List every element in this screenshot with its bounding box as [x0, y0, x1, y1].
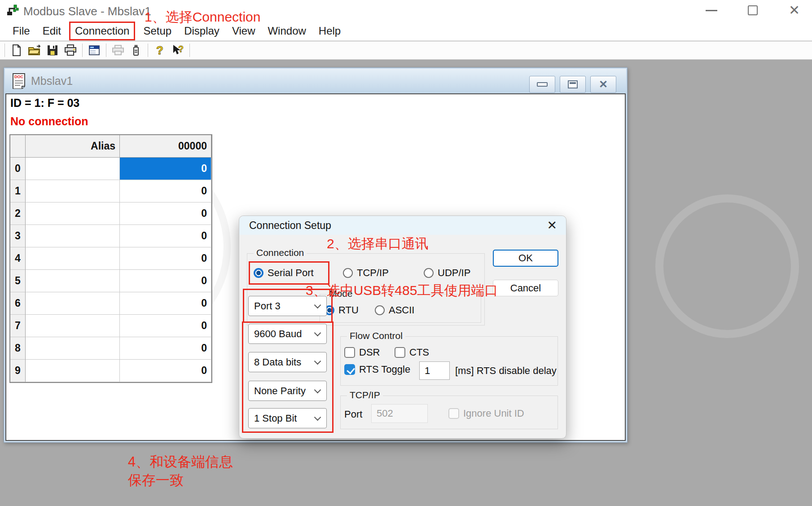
- row-header[interactable]: 0: [10, 158, 26, 180]
- document-title-bar[interactable]: DOC Mbslav1 ✕: [5, 69, 626, 93]
- close-icon: ✕: [599, 79, 608, 90]
- parity-select[interactable]: None Parity: [248, 381, 327, 401]
- baud-rate-select[interactable]: 9600 Baud: [248, 324, 327, 344]
- doc-file-icon: DOC: [12, 73, 26, 89]
- checkbox-rts-toggle[interactable]: RTS Toggle: [344, 364, 410, 375]
- checkbox-cts[interactable]: CTS: [395, 347, 429, 358]
- chevron-down-icon: [314, 329, 321, 336]
- annotation-step2: 2、选择串口通讯: [327, 235, 429, 253]
- rts-delay-label: [ms] RTS disable delay: [455, 365, 557, 377]
- doc-restore-button[interactable]: [560, 76, 586, 93]
- value-cell[interactable]: 0: [120, 270, 211, 292]
- table-header-00000: 00000: [120, 135, 211, 158]
- radio-udp-ip[interactable]: UDP/IP: [424, 267, 470, 279]
- value-cell[interactable]: 0: [120, 315, 211, 337]
- alias-cell[interactable]: [26, 225, 120, 247]
- flow-control-group-label: Flow Control: [347, 330, 405, 341]
- window-title: Modbus Slave - Mbslav1: [23, 4, 151, 18]
- dialog-close-icon[interactable]: ✕: [547, 218, 557, 233]
- alias-cell[interactable]: [26, 202, 120, 225]
- dialog-title-bar[interactable]: Connection Setup: [239, 216, 566, 235]
- doc-minimize-button[interactable]: [529, 76, 555, 93]
- stop-bits-select[interactable]: 1 Stop Bit: [248, 408, 327, 428]
- alias-cell[interactable]: [26, 247, 120, 270]
- toolbar-separator: [148, 44, 148, 57]
- svg-text:DOC: DOC: [14, 75, 24, 79]
- menu-item-help[interactable]: Help: [314, 23, 345, 39]
- radio-selected-icon: [254, 268, 263, 278]
- tcp-ip-group: TCP/IP Port 502 Ignore Unit ID: [340, 396, 558, 429]
- row-header[interactable]: 5: [10, 270, 26, 292]
- alias-cell[interactable]: [26, 360, 120, 382]
- title-bar: Modbus Slave - Mbslav1 1、选择Connection ✕: [0, 0, 812, 21]
- radio-serial-port[interactable]: Serial Port: [254, 267, 314, 279]
- value-cell[interactable]: 0: [120, 292, 211, 315]
- watermark: [655, 194, 799, 338]
- row-header[interactable]: 8: [10, 337, 26, 360]
- value-cell[interactable]: 0: [120, 247, 211, 270]
- data-bits-select[interactable]: 8 Data bits: [248, 352, 327, 372]
- value-cell[interactable]: 0: [120, 225, 211, 247]
- radio-icon: [375, 305, 385, 315]
- register-table: Alias 00000 0 0 1 0 2 0 3 0 4: [9, 134, 212, 383]
- app-window: Modbus Slave - Mbslav1 1、选择Connection ✕ …: [0, 0, 812, 506]
- cancel-button[interactable]: Cancel: [493, 280, 558, 296]
- menu-item-connection[interactable]: Connection: [69, 22, 135, 40]
- restore-icon: [568, 80, 578, 88]
- value-cell[interactable]: 0: [120, 180, 211, 202]
- radio-ascii[interactable]: ASCII: [375, 304, 414, 316]
- radio-rtu[interactable]: RTU: [325, 304, 359, 316]
- alias-cell[interactable]: [26, 315, 120, 337]
- doc-close-button[interactable]: ✕: [590, 76, 616, 93]
- save-icon[interactable]: [44, 43, 61, 58]
- row-header[interactable]: 1: [10, 180, 26, 202]
- toolbar: ? ?: [0, 41, 812, 60]
- alias-cell[interactable]: [26, 270, 120, 292]
- document-title: Mbslav1: [31, 75, 73, 88]
- ok-button[interactable]: OK: [493, 250, 558, 267]
- rts-delay-input[interactable]: 1: [419, 361, 450, 380]
- menu-item-edit[interactable]: Edit: [38, 23, 66, 39]
- row-header[interactable]: 9: [10, 360, 26, 382]
- alias-cell[interactable]: [26, 337, 120, 360]
- toolbar-separator: [106, 44, 106, 57]
- close-button[interactable]: ✕: [789, 2, 800, 18]
- menu-bar: File Edit Connection Setup Display View …: [0, 21, 812, 41]
- toolbar-separator: [82, 44, 83, 57]
- table-corner-header: [10, 135, 26, 158]
- checkbox-dsr[interactable]: DSR: [344, 347, 380, 358]
- display-setup-icon[interactable]: [85, 43, 103, 58]
- value-cell[interactable]: 0: [120, 202, 211, 225]
- row-header[interactable]: 3: [10, 225, 26, 247]
- radio-tcp-ip[interactable]: TCP/IP: [343, 267, 389, 279]
- value-cell-selected[interactable]: 0: [120, 158, 211, 180]
- row-header[interactable]: 6: [10, 292, 26, 315]
- open-file-icon[interactable]: [26, 43, 44, 58]
- flow-control-group: Flow Control DSR CTS RTS Toggle 1 [ms] R…: [340, 336, 558, 386]
- minimize-button[interactable]: [706, 10, 717, 11]
- table-header-alias: Alias: [26, 135, 120, 158]
- row-header[interactable]: 2: [10, 202, 26, 225]
- chevron-down-icon: [314, 301, 321, 308]
- alias-cell[interactable]: [26, 180, 120, 202]
- connect-icon[interactable]: [127, 43, 145, 58]
- print-setup-disabled-icon: [109, 43, 127, 58]
- help-icon[interactable]: ?: [151, 43, 169, 58]
- alias-cell[interactable]: [26, 292, 120, 315]
- dialog-title: Connection Setup: [249, 220, 331, 232]
- mode-group-label: Mode: [326, 288, 356, 299]
- alias-cell[interactable]: [26, 158, 120, 180]
- maximize-button[interactable]: [748, 5, 758, 15]
- menu-item-file[interactable]: File: [8, 23, 35, 39]
- chevron-down-icon: [314, 357, 321, 365]
- context-help-icon[interactable]: ?: [169, 43, 187, 58]
- print-icon[interactable]: [61, 43, 79, 58]
- new-file-icon[interactable]: [8, 43, 26, 58]
- connection-group-label: Connection: [254, 247, 307, 258]
- value-cell[interactable]: 0: [120, 360, 211, 382]
- row-header[interactable]: 4: [10, 247, 26, 270]
- menu-item-window[interactable]: Window: [263, 23, 310, 39]
- serial-port-select[interactable]: Port 3: [248, 296, 327, 316]
- row-header[interactable]: 7: [10, 315, 26, 337]
- value-cell[interactable]: 0: [120, 337, 211, 360]
